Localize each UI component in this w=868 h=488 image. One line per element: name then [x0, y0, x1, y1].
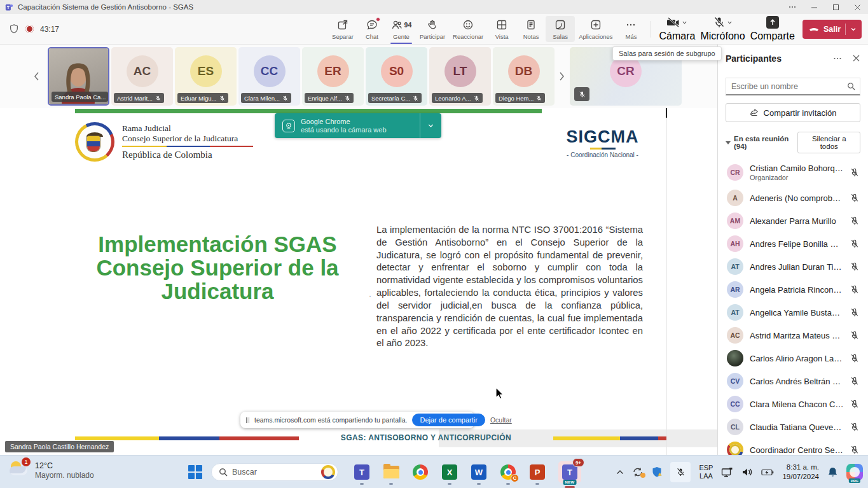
muted-mic-icon[interactable]	[850, 168, 859, 177]
tray-language[interactable]: ESPLAA	[699, 464, 713, 480]
taskbar-app-teams-new[interactable]: T 9+ NEW	[558, 464, 581, 480]
muted-mic-icon	[219, 95, 225, 101]
mic-chevron-icon[interactable]	[727, 20, 733, 25]
meeting-section-label[interactable]: En esta reunión (94)	[726, 135, 797, 150]
microphone-button[interactable]: Micrófono	[698, 16, 747, 42]
mute-all-button[interactable]: Silenciar a todos	[797, 132, 860, 153]
video-tile-speaker[interactable]: Sandra Paola Ca...	[48, 47, 109, 106]
maximize-icon[interactable]	[825, 0, 846, 14]
taskbar-app-excel[interactable]: X	[441, 464, 458, 480]
minimize-icon[interactable]	[803, 0, 825, 14]
taskbar-app-teams-classic[interactable]: T	[354, 464, 370, 480]
participant-row[interactable]: Carlos Alirio Aragon Lasso	[726, 347, 860, 370]
security-shield-icon[interactable]	[652, 466, 662, 478]
muted-mic-icon[interactable]	[850, 445, 859, 454]
video-tile[interactable]: ES Eduar Migu...	[175, 47, 237, 106]
window-more-icon[interactable]	[782, 0, 803, 14]
copilot-icon[interactable]: PRE	[846, 464, 863, 480]
taskbar-app-chrome[interactable]	[412, 464, 429, 480]
taskbar-app-word[interactable]: W	[471, 464, 487, 480]
toolbar-button-chat[interactable]: Chat	[357, 16, 387, 42]
copilot-pre-tag: PRE	[849, 478, 860, 483]
video-tile[interactable]: S0 Secretaría C...	[366, 47, 427, 106]
toolbar-button-gente[interactable]: 94 Gente	[387, 16, 416, 42]
weather-badge: 1	[22, 457, 31, 466]
participant-row[interactable]: AM Alexander Parra Murillo	[726, 209, 860, 232]
video-tile[interactable]: LT Leonardo A...	[429, 47, 491, 106]
video-tile[interactable]: AC Astrid Marit...	[111, 47, 173, 106]
taskbar-app-explorer[interactable]	[383, 464, 399, 480]
hide-sharing-link[interactable]: Ocultar	[490, 416, 512, 424]
participant-row[interactable]: CV Carlos Andrés Beltrán Viveros	[726, 370, 860, 393]
participant-row[interactable]: CL Claudia Tatiana Quevedo Leal	[726, 415, 860, 438]
toolbar-button-vista[interactable]: Vista	[487, 16, 516, 42]
muted-mic-icon[interactable]	[850, 239, 859, 248]
share-invite-button[interactable]: Compartir invitación	[726, 103, 860, 122]
toolbar-button-reaccionar[interactable]: Reaccionar	[449, 16, 487, 42]
hang-up-icon	[809, 26, 819, 32]
tray-display-icon[interactable]	[721, 467, 733, 478]
tray-volume-icon[interactable]	[741, 467, 753, 477]
participant-row[interactable]: AT Andres Julian Duran Ticora	[726, 255, 860, 278]
toolbar-button-salas[interactable]: Salas	[546, 16, 575, 42]
toolbar-button-notas[interactable]: Notas	[516, 16, 546, 42]
tray-chevron-up-icon[interactable]	[616, 470, 624, 475]
muted-mic-icon[interactable]	[850, 354, 859, 363]
muted-mic-icon[interactable]	[850, 331, 859, 340]
banner-chevron-icon[interactable]	[420, 113, 441, 138]
filmstrip-next-icon[interactable]	[559, 71, 565, 81]
participant-row[interactable]: CR Cristian Camilo Bohorquez Ro... Organ…	[726, 158, 860, 186]
participant-row[interactable]: A Adeneris (No comprobado)	[726, 186, 860, 209]
close-icon[interactable]	[846, 0, 868, 14]
participant-row[interactable]: AC Astrid Maritza Mateus Cubides	[726, 324, 860, 347]
rooms-tooltip: Salas para sesión de subgrupo	[612, 46, 722, 60]
leave-button[interactable]: Salir	[803, 20, 862, 39]
muted-mic-icon[interactable]	[850, 262, 859, 271]
participant-row[interactable]: Coordinador Centro Servicios ...	[726, 438, 860, 455]
leave-chevron-icon[interactable]	[850, 26, 857, 32]
taskbar-weather-widget[interactable]: 1 12°C Mayorm. nublado	[9, 460, 94, 480]
tile-name: Diego Hem...	[499, 95, 534, 102]
toolbar-button-aplicaciones[interactable]: Aplicaciones	[575, 16, 616, 42]
tray-clock[interactable]: 8:31 a. m. 19/07/2024	[782, 463, 819, 482]
colombia-emblem-icon	[75, 122, 114, 162]
video-tile[interactable]: DB Diego Hem...	[493, 47, 555, 106]
taskbar-app-chrome-profile[interactable]: C	[500, 464, 516, 480]
stop-sharing-button[interactable]: Dejar de compartir	[412, 414, 485, 426]
video-tile[interactable]: CC Clara Milen...	[238, 47, 300, 106]
muted-mic-icon[interactable]	[850, 422, 859, 431]
video-tile[interactable]: ER Enrique Alf...	[302, 47, 364, 106]
toolbar-button-separar[interactable]: Separar	[328, 16, 357, 42]
panel-more-icon[interactable]	[833, 54, 842, 63]
muted-mic-icon	[574, 87, 589, 101]
camera-chevron-icon[interactable]	[682, 20, 687, 25]
search-icon	[847, 82, 855, 90]
taskbar-search[interactable]: Buscar	[211, 463, 338, 481]
participant-search-input[interactable]	[726, 78, 860, 95]
start-button[interactable]	[188, 465, 202, 479]
toolbar-button-mas[interactable]: Más	[616, 16, 645, 42]
participant-row[interactable]: AH Andres Felipe Bonilla Hernand...	[726, 232, 860, 255]
muted-mic-icon[interactable]	[850, 216, 859, 225]
notification-bell-icon[interactable]	[827, 466, 838, 478]
muted-mic-icon[interactable]	[850, 285, 859, 294]
tray-mic-muted-icon[interactable]	[670, 462, 691, 482]
camera-button[interactable]: Cámara	[656, 16, 698, 42]
update-sync-icon[interactable]	[632, 467, 644, 477]
participant-row[interactable]: AT Angelica Yamile Bustamante T...	[726, 301, 860, 324]
panel-close-icon[interactable]	[852, 54, 860, 62]
muted-mic-icon[interactable]	[850, 377, 859, 386]
teams-app-icon	[5, 3, 13, 11]
participant-row[interactable]: CC Clara Milena Chacon Castaño	[726, 393, 860, 415]
muted-mic-icon[interactable]	[850, 193, 859, 202]
participant-role: Organizador	[750, 174, 844, 181]
share-button[interactable]: Comparte	[748, 16, 797, 42]
sharing-message: teams.microsoft.com está compartiendo tu…	[254, 416, 407, 424]
toolbar-button-participar[interactable]: Participar	[416, 16, 449, 42]
muted-mic-icon[interactable]	[850, 400, 859, 408]
filmstrip-prev-icon[interactable]	[33, 71, 39, 81]
participant-row[interactable]: AR Angela Patricia Rincon Rueda	[726, 278, 860, 301]
taskbar-app-powerpoint[interactable]: P	[529, 464, 546, 480]
tray-battery-icon[interactable]	[761, 468, 774, 477]
muted-mic-icon[interactable]	[850, 308, 859, 317]
